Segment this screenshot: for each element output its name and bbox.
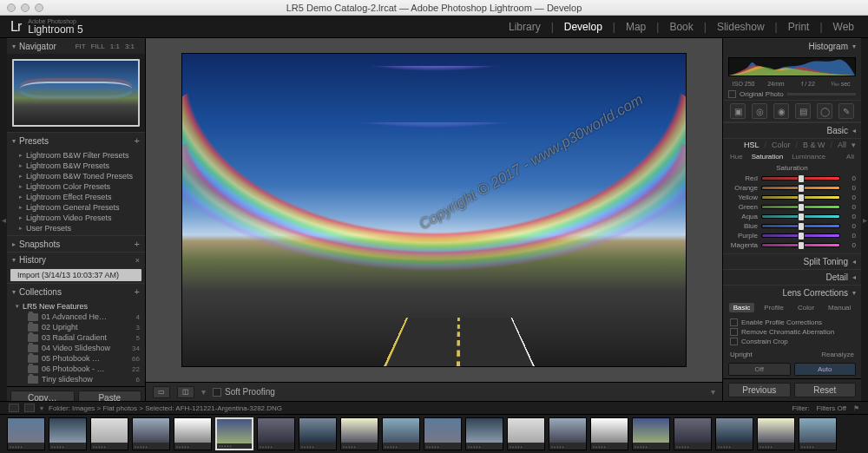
filmstrip-thumb[interactable]: ••••• (382, 417, 420, 450)
previous-button[interactable]: Previous (728, 383, 791, 397)
hsl-tab-bw[interactable]: B & W (803, 141, 825, 149)
module-library[interactable]: Library (505, 21, 544, 33)
collection-item[interactable]: 01 Advanced He…4 (7, 312, 145, 322)
saturation-slider-red[interactable]: Red0 (728, 174, 856, 183)
slider-thumb[interactable] (798, 194, 805, 202)
lens-tab-color[interactable]: Color (793, 303, 819, 312)
slider-thumb[interactable] (798, 222, 805, 231)
basic-header[interactable]: Basic ◂ (723, 122, 861, 138)
history-entry[interactable]: Import (3/14/13 10:03:37 AM) (10, 269, 141, 281)
collection-item[interactable]: 04 Video Slideshow34 (7, 343, 145, 353)
preset-folder[interactable]: Lightroom Video Presets (7, 213, 145, 223)
soft-proofing-toggle[interactable]: Soft Proofing (213, 387, 275, 397)
filmstrip-thumb[interactable]: ••••• (299, 417, 337, 450)
collection-root[interactable]: LR5 New Features (7, 301, 145, 312)
filmstrip-thumb[interactable]: ••••• (590, 417, 628, 450)
before-after-icon[interactable]: ◫ (177, 386, 194, 398)
filmstrip-thumb[interactable]: ••••• (674, 417, 712, 450)
right-collapse-arrow[interactable]: ▸ (861, 38, 868, 401)
preset-folder[interactable]: Lightroom General Presets (7, 202, 145, 213)
filmstrip-thumb[interactable]: ••••• (799, 417, 837, 450)
lens-tab-profile[interactable]: Profile (760, 303, 788, 312)
slider-thumb[interactable] (798, 174, 805, 183)
slider-thumb[interactable] (798, 184, 805, 193)
filmstrip-thumb[interactable]: ••••• (49, 417, 87, 450)
left-collapse-arrow[interactable]: ◂ (0, 38, 7, 401)
filmstrip-thumb[interactable]: ••••• (632, 417, 670, 450)
lens-tab-basic[interactable]: Basic (729, 303, 755, 312)
split-toning-header[interactable]: Split Toning ◂ (723, 253, 861, 269)
snapshots-header[interactable]: ▸ Snapshots + (7, 235, 145, 252)
slider-track[interactable] (761, 205, 840, 209)
nav-zoom-fill[interactable]: FILL (91, 43, 105, 50)
slider-thumb[interactable] (798, 241, 805, 250)
hsl-tab-all[interactable]: All (838, 141, 846, 149)
second-window-icon[interactable] (9, 404, 19, 412)
saturation-slider-yellow[interactable]: Yellow0 (728, 193, 856, 202)
filmstrip-thumbs[interactable]: ••••••••••••••••••••••••••••••••••••••••… (0, 415, 868, 453)
filmstrip-thumb[interactable]: ••••• (549, 417, 587, 450)
preset-folder[interactable]: User Presets (7, 223, 145, 233)
saturation-slider-magenta[interactable]: Magenta0 (728, 240, 856, 250)
slider-track[interactable] (761, 195, 840, 200)
filmstrip-thumb[interactable]: ••••• (507, 417, 545, 450)
photo-canvas[interactable]: Copyright © 2017 - www.p30world.com (146, 38, 722, 382)
filmstrip-thumb[interactable]: ••••• (465, 417, 503, 450)
lens-check[interactable]: Enable Profile Corrections (730, 318, 854, 327)
detail-header[interactable]: Detail ◂ (723, 269, 861, 285)
reanalyze-button[interactable]: Reanalyze (821, 351, 854, 358)
reset-button[interactable]: Reset (794, 383, 857, 397)
saturation-slider-green[interactable]: Green0 (728, 202, 856, 212)
lens-check[interactable]: Constrain Crop (730, 337, 854, 346)
filmstrip-path[interactable]: Folder: Images > Flat photos > Selected:… (49, 404, 282, 412)
module-map[interactable]: Map (622, 21, 649, 33)
filmstrip-thumb[interactable]: ••••• (174, 417, 212, 450)
filmstrip-thumb[interactable]: ••••• (257, 417, 295, 450)
collections-header[interactable]: ▾ Collections + (7, 283, 145, 299)
slider-track[interactable] (761, 186, 840, 190)
histogram-header[interactable]: Histogram ▾ (723, 38, 861, 54)
plus-icon[interactable]: + (135, 239, 140, 249)
slider-track[interactable] (761, 214, 840, 219)
grid-icon[interactable] (24, 404, 35, 412)
preset-folder[interactable]: Lightroom B&W Presets (7, 161, 145, 171)
copy-button[interactable]: Copy… (10, 391, 75, 401)
plus-icon[interactable]: + (135, 135, 140, 146)
brush-tool-icon[interactable]: ✎ (838, 103, 854, 119)
grad-filter-icon[interactable]: ▤ (795, 103, 811, 119)
module-web[interactable]: Web (830, 21, 858, 33)
slider-track[interactable] (761, 233, 840, 238)
paste-button[interactable]: Paste (78, 391, 142, 401)
navigator-header[interactable]: ▾ Navigator FITFILL1:13:1 (7, 38, 145, 54)
filters-off-button[interactable]: Filters Off (816, 404, 846, 412)
hsl-subtab-saturation[interactable]: Saturation (752, 153, 783, 161)
preset-folder[interactable]: Lightroom Color Presets (7, 181, 145, 192)
module-slideshow[interactable]: Slideshow (713, 21, 768, 33)
redeye-tool-icon[interactable]: ◉ (773, 103, 789, 119)
hsl-tab-hsl[interactable]: HSL (744, 141, 760, 149)
slider-thumb[interactable] (798, 213, 805, 221)
collection-item[interactable]: 03 Radial Gradient5 (7, 332, 145, 343)
plus-icon[interactable]: + (135, 286, 140, 297)
history-header[interactable]: ▾ History × (7, 252, 145, 267)
module-develop[interactable]: Develop (561, 21, 606, 33)
collection-item[interactable]: Tiny slideshow6 (7, 374, 145, 384)
flag-filter-icon[interactable]: ⚑ (853, 404, 859, 412)
preset-folder[interactable]: Lightroom B&W Toned Presets (7, 171, 145, 181)
slider-track[interactable] (761, 243, 840, 247)
filmstrip-thumb[interactable]: ••••• (424, 417, 462, 450)
navigator-preview[interactable] (12, 59, 140, 127)
hsl-subtab-hue[interactable]: Hue (730, 153, 743, 161)
toolbar-expand-icon[interactable]: ▾ (711, 387, 715, 397)
slider-track[interactable] (761, 176, 840, 181)
filmstrip-thumb[interactable]: ••••• (90, 417, 128, 450)
saturation-slider-blue[interactable]: Blue0 (728, 221, 856, 231)
saturation-slider-aqua[interactable]: Aqua0 (728, 212, 856, 221)
hsl-subtab-all[interactable]: All (846, 153, 854, 161)
upright-auto-button[interactable]: Auto (794, 363, 857, 376)
original-photo-toggle[interactable]: Original Photo (723, 89, 861, 100)
slider-thumb[interactable] (798, 232, 805, 240)
lens-tab-manual[interactable]: Manual (824, 303, 855, 312)
slider-thumb[interactable] (798, 203, 805, 212)
hsl-subtab-luminance[interactable]: Luminance (792, 153, 825, 161)
